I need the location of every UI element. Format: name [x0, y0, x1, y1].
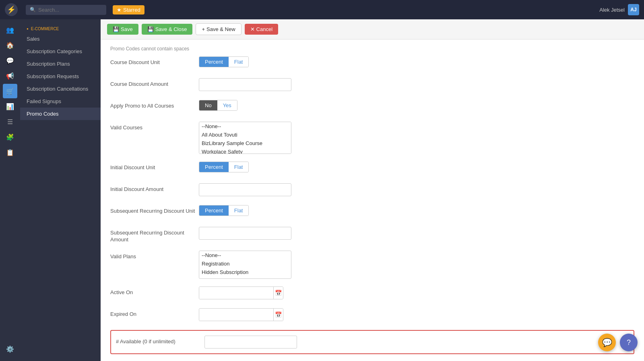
- valid-courses-row: Valid Courses --None-- All About Tovuti …: [110, 122, 634, 154]
- valid-plans-listbox[interactable]: --None-- Registration Hidden Subscriptio…: [199, 251, 291, 279]
- plus-icon: +: [202, 26, 205, 32]
- course-discount-unit-control: Percent Flat: [199, 56, 376, 67]
- num-available-input[interactable]: [204, 336, 297, 349]
- course-discount-amount-label: Course Discount Amount: [110, 78, 199, 88]
- subsequent-discount-amount-control: [199, 227, 376, 240]
- initial-discount-unit-row: Initial Discount Unit Percent Flat: [110, 162, 634, 176]
- initial-discount-flat-btn[interactable]: Flat: [229, 162, 249, 172]
- save-icon: 💾: [113, 26, 119, 32]
- valid-plans-option-none[interactable]: --None--: [199, 251, 291, 259]
- active-on-date-wrap: 📅: [199, 286, 283, 299]
- valid-courses-listbox[interactable]: --None-- All About Tovuti BizLibrary Sam…: [199, 122, 291, 154]
- subsequent-discount-unit-control: Percent Flat: [199, 205, 376, 216]
- active-on-label: Active On: [110, 286, 199, 296]
- expired-on-calendar-btn[interactable]: 📅: [273, 309, 283, 321]
- num-available-highlighted-row: # Available (0 if unlimited): [110, 330, 634, 354]
- help-icon: ?: [627, 338, 631, 347]
- sidebar-item-sales[interactable]: Sales: [20, 33, 101, 45]
- save-close-button[interactable]: 💾 Save & Close: [142, 24, 193, 35]
- valid-plans-option-registration[interactable]: Registration: [199, 259, 291, 268]
- top-bar: ⚡ 🔍 ★ Starred Alek Jetsel AJ: [0, 0, 644, 19]
- initial-discount-percent-btn[interactable]: Percent: [199, 162, 229, 172]
- apply-promo-row: Apply Promo to All Courses No Yes: [110, 100, 634, 114]
- sidebar-icon-chart[interactable]: 📊: [3, 99, 17, 114]
- sidebar-icon-menu[interactable]: ☰: [3, 114, 17, 129]
- save-close-icon: 💾: [147, 26, 154, 32]
- course-discount-amount-row: Course Discount Amount: [110, 78, 634, 93]
- cancel-button[interactable]: ✕ Cancel: [245, 24, 278, 35]
- sidebar-item-subscription-requests[interactable]: Subscription Requests: [20, 70, 101, 83]
- calendar-icon: 📅: [275, 290, 282, 296]
- sidebar-icon-ecommerce[interactable]: 🛒: [3, 84, 17, 98]
- subsequent-discount-amount-label: Subsequent Recurring Discount Amount: [110, 227, 199, 243]
- expired-on-row: Expired On 📅: [110, 308, 634, 323]
- valid-courses-control: --None-- All About Tovuti BizLibrary Sam…: [199, 122, 376, 154]
- nav-section-label: ● E-COMMERCE: [20, 23, 101, 33]
- subsequent-discount-percent-btn[interactable]: Percent: [199, 205, 229, 216]
- course-discount-amount-control: [199, 78, 376, 91]
- chat-button[interactable]: 💬: [598, 334, 616, 351]
- valid-courses-option-workplace[interactable]: Workplace Safety: [199, 147, 291, 154]
- subsequent-discount-amount-row: Subsequent Recurring Discount Amount: [110, 227, 634, 243]
- form-toolbar: 💾 Save 💾 Save & Close + Save & New ✕ Can…: [101, 19, 644, 39]
- save-new-button[interactable]: + Save & New: [196, 23, 241, 35]
- course-discount-amount-input[interactable]: [199, 78, 291, 91]
- valid-plans-option-hidden[interactable]: Hidden Subscription: [199, 268, 291, 276]
- valid-plans-label: Valid Plans: [110, 251, 199, 260]
- starred-button[interactable]: ★ Starred: [113, 5, 144, 15]
- sidebar-icon-message[interactable]: 💬: [3, 53, 17, 68]
- course-discount-unit-label: Course Discount Unit: [110, 56, 199, 66]
- main-layout: 👥 🏠 💬 📢 🛒 📊 ☰ 🧩 📋 ⚙️ ● E-COMMERCE Sales …: [0, 19, 644, 361]
- sidebar-icon-table[interactable]: 📋: [3, 145, 17, 160]
- subsequent-discount-unit-label: Subsequent Recurring Discount Unit: [110, 205, 199, 215]
- sidebar-icon-people[interactable]: 👥: [3, 23, 17, 37]
- active-on-input[interactable]: [199, 287, 273, 299]
- chat-icon: 💬: [602, 338, 612, 347]
- app-logo: ⚡: [5, 3, 18, 16]
- subsequent-discount-amount-input[interactable]: [199, 227, 291, 240]
- sidebar-item-failed-signups[interactable]: Failed Signups: [20, 95, 101, 108]
- sidebar-item-subscription-cancellations[interactable]: Subscription Cancellations: [20, 83, 101, 95]
- sidebar-icon-home[interactable]: 🏠: [3, 38, 17, 52]
- num-available-control: [204, 336, 382, 349]
- sidebar-item-subscription-categories[interactable]: Subscription Categories: [20, 45, 101, 58]
- search-input[interactable]: [38, 7, 102, 13]
- calendar-icon-expired: 📅: [275, 311, 282, 318]
- help-button[interactable]: ?: [620, 334, 638, 351]
- course-discount-unit-row: Course Discount Unit Percent Flat: [110, 56, 634, 71]
- active-on-calendar-btn[interactable]: 📅: [273, 287, 283, 299]
- sidebar-icon-settings[interactable]: ⚙️: [3, 342, 17, 356]
- icon-sidebar: 👥 🏠 💬 📢 🛒 📊 ☰ 🧩 📋 ⚙️: [0, 19, 20, 361]
- form-area: Promo Codes cannot contain spaces Course…: [101, 39, 644, 361]
- apply-promo-no-btn[interactable]: No: [199, 100, 217, 110]
- course-discount-unit-toggle: Percent Flat: [199, 56, 249, 67]
- active-on-control: 📅: [199, 286, 376, 299]
- apply-promo-yes-btn[interactable]: Yes: [217, 100, 237, 110]
- save-button[interactable]: 💾 Save: [107, 24, 138, 35]
- main-content: 💾 Save 💾 Save & Close + Save & New ✕ Can…: [101, 19, 644, 361]
- course-discount-unit-percent-btn[interactable]: Percent: [199, 57, 229, 67]
- apply-promo-label: Apply Promo to All Courses: [110, 100, 199, 110]
- valid-plans-control: --None-- Registration Hidden Subscriptio…: [199, 251, 376, 279]
- valid-courses-option-none[interactable]: --None--: [199, 122, 291, 131]
- num-available-label: # Available (0 if unlimited): [116, 336, 204, 345]
- expired-on-date-wrap: 📅: [199, 308, 283, 321]
- active-on-row: Active On 📅: [110, 286, 634, 301]
- valid-courses-option-tovuti[interactable]: All About Tovuti: [199, 131, 291, 139]
- apply-promo-control: No Yes: [199, 100, 376, 111]
- initial-discount-amount-input[interactable]: [199, 183, 291, 196]
- cancel-icon: ✕: [250, 26, 255, 32]
- expired-on-input[interactable]: [199, 309, 273, 321]
- sidebar-item-subscription-plans[interactable]: Subscription Plans: [20, 58, 101, 70]
- search-bar[interactable]: 🔍: [26, 5, 106, 15]
- sidebar-icon-megaphone[interactable]: 📢: [3, 68, 17, 83]
- user-avatar[interactable]: AJ: [628, 4, 639, 15]
- course-discount-unit-flat-btn[interactable]: Flat: [229, 57, 249, 67]
- sidebar-item-promo-codes[interactable]: Promo Codes: [20, 108, 101, 120]
- nav-sidebar: ● E-COMMERCE Sales Subscription Categori…: [20, 19, 101, 361]
- initial-discount-unit-control: Percent Flat: [199, 162, 376, 172]
- subsequent-discount-unit-toggle: Percent Flat: [199, 205, 249, 216]
- sidebar-icon-puzzle[interactable]: 🧩: [3, 130, 17, 144]
- subsequent-discount-flat-btn[interactable]: Flat: [229, 205, 249, 216]
- valid-courses-option-bizlibrary[interactable]: BizLibrary Sample Course: [199, 139, 291, 147]
